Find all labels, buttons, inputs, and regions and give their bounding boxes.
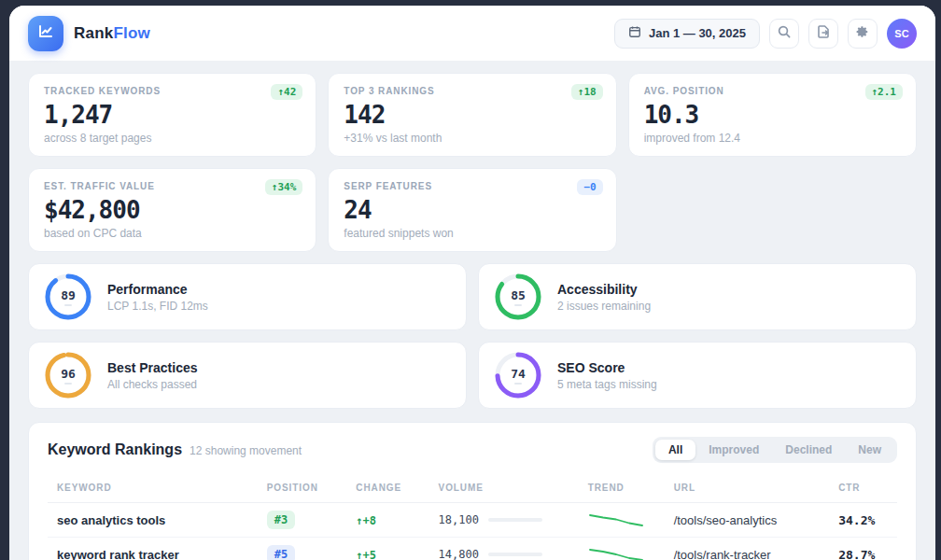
date-range-picker[interactable]: Jan 1 — 30, 2025 bbox=[614, 19, 760, 49]
table-title: Keyword Rankings bbox=[48, 441, 182, 458]
stat-subtitle: improved from 12.4 bbox=[644, 132, 901, 145]
position-badge: #5 bbox=[267, 545, 295, 560]
score-card-accessibility: 85 Accessibility 2 issues remaining bbox=[478, 263, 917, 330]
stat-card-top3-rankings: TOP 3 RANKINGS ↑18 142 +31% vs last mont… bbox=[328, 73, 616, 157]
stat-label: AVG. POSITION bbox=[644, 86, 901, 96]
score-title: Performance bbox=[107, 282, 208, 297]
change-value: ↑+5 bbox=[356, 549, 376, 560]
score-ring-dash bbox=[514, 383, 522, 385]
column-header-trend: TREND bbox=[588, 475, 674, 502]
stat-value: 1,247 bbox=[44, 101, 301, 129]
stat-change-badge: ↑34% bbox=[265, 179, 303, 195]
avatar[interactable]: SC bbox=[887, 19, 917, 49]
score-ring-value: 85 bbox=[511, 288, 526, 302]
stat-value: $42,800 bbox=[44, 196, 301, 224]
score-ring-value: 74 bbox=[511, 367, 526, 381]
table-row[interactable]: keyword rank tracker #5 ↑+5 14,800 /tool… bbox=[48, 538, 897, 560]
tab-improved[interactable]: Improved bbox=[695, 440, 772, 460]
stat-label: SERP FEATURES bbox=[344, 181, 600, 191]
brand: RankFlow bbox=[28, 16, 150, 51]
keyword-cell: keyword rank tracker bbox=[48, 548, 267, 560]
stat-change-badge: ↑42 bbox=[271, 84, 302, 100]
volume-value: 18,100 bbox=[439, 513, 479, 526]
table-column-headers: KEYWORD POSITION CHANGE VOLUME TREND URL… bbox=[48, 475, 897, 503]
filter-tabs: All Improved Declined New bbox=[653, 437, 897, 463]
column-header-keyword: KEYWORD bbox=[48, 475, 267, 502]
top-bar: RankFlow Jan 1 — 30, 2025 bbox=[9, 6, 935, 62]
ctr-cell: 34.2% bbox=[838, 513, 897, 527]
score-ring: 74 bbox=[494, 351, 542, 399]
dashboard-main: TRACKED KEYWORDS ↑42 1,247 across 8 targ… bbox=[9, 62, 935, 560]
url-cell: /tools/seo-analytics bbox=[674, 513, 839, 527]
volume-value: 14,800 bbox=[439, 548, 479, 560]
position-badge: #3 bbox=[267, 511, 295, 529]
change-value: ↑+8 bbox=[356, 514, 376, 527]
stat-change-badge: ↑18 bbox=[571, 84, 603, 100]
chart-line-icon bbox=[36, 22, 55, 45]
search-icon bbox=[777, 24, 792, 43]
export-icon bbox=[816, 24, 831, 43]
export-button[interactable] bbox=[808, 19, 838, 49]
tab-all[interactable]: All bbox=[655, 440, 695, 460]
app-window: RankFlow Jan 1 — 30, 2025 bbox=[9, 6, 935, 560]
stat-value: 142 bbox=[344, 101, 600, 129]
stat-subtitle: based on CPC data bbox=[44, 227, 301, 240]
stat-label: TRACKED KEYWORDS bbox=[44, 86, 301, 96]
stat-subtitle: featured snippets won bbox=[344, 227, 600, 240]
stat-value: 10.3 bbox=[644, 101, 901, 129]
stat-card-tracked-keywords: TRACKED KEYWORDS ↑42 1,247 across 8 targ… bbox=[28, 73, 316, 157]
top-bar-actions: Jan 1 — 30, 2025 bbox=[614, 19, 917, 49]
score-title: Accessibility bbox=[557, 282, 651, 297]
stat-change-badge: ↑2.1 bbox=[865, 84, 904, 100]
score-subtitle: 2 issues remaining bbox=[557, 300, 651, 313]
stat-value: 24 bbox=[344, 196, 600, 224]
scores-grid: 89 Performance LCP 1.1s, FID 12ms bbox=[28, 263, 917, 409]
score-ring-dash bbox=[64, 383, 72, 385]
score-ring-value: 96 bbox=[61, 367, 76, 381]
column-header-position: POSITION bbox=[267, 475, 357, 502]
volume-bar bbox=[488, 518, 542, 522]
stat-subtitle: across 8 target pages bbox=[44, 132, 301, 145]
rankings-table: KEYWORD POSITION CHANGE VOLUME TREND URL… bbox=[29, 475, 916, 560]
logo bbox=[28, 16, 63, 51]
trend-sparkline bbox=[588, 546, 674, 560]
table-row[interactable]: seo analytics tools #3 ↑+8 18,100 /tools… bbox=[48, 503, 897, 538]
keyword-cell: seo analytics tools bbox=[48, 513, 267, 527]
table-subtitle: 12 showing movement bbox=[190, 444, 302, 457]
stat-card-avg-position: AVG. POSITION ↑2.1 10.3 improved from 12… bbox=[628, 73, 917, 157]
score-ring-value: 89 bbox=[61, 288, 76, 302]
search-button[interactable] bbox=[769, 19, 799, 49]
tab-new[interactable]: New bbox=[845, 440, 894, 460]
column-header-url: URL bbox=[674, 475, 839, 502]
score-ring: 85 bbox=[494, 273, 542, 321]
brand-flow: Flow bbox=[113, 24, 150, 42]
score-ring: 89 bbox=[44, 273, 92, 321]
score-card-seo-score: 74 SEO Score 5 meta tags missing bbox=[478, 342, 917, 409]
calendar-icon bbox=[628, 25, 641, 41]
score-subtitle: 5 meta tags missing bbox=[557, 378, 657, 391]
column-header-ctr: CTR bbox=[838, 475, 897, 502]
settings-button[interactable] bbox=[848, 19, 878, 49]
score-ring-dash bbox=[514, 304, 522, 306]
score-title: SEO Score bbox=[557, 360, 657, 375]
column-header-change: CHANGE bbox=[356, 475, 438, 502]
stat-subtitle: +31% vs last month bbox=[344, 132, 600, 145]
ctr-cell: 28.7% bbox=[838, 548, 897, 560]
table-header: Keyword Rankings 12 showing movement All… bbox=[29, 423, 916, 475]
tab-declined[interactable]: Declined bbox=[772, 440, 845, 460]
score-subtitle: LCP 1.1s, FID 12ms bbox=[107, 300, 208, 313]
stat-card-traffic-value: EST. TRAFFIC VALUE ↑34% $42,800 based on… bbox=[28, 168, 316, 252]
score-title: Best Practices bbox=[107, 360, 198, 375]
score-ring: 96 bbox=[44, 351, 92, 399]
score-card-best-practices: 96 Best Practices All checks passed bbox=[28, 342, 467, 409]
keyword-rankings-card: Keyword Rankings 12 showing movement All… bbox=[28, 422, 917, 560]
brand-rank: Rank bbox=[74, 24, 113, 42]
stat-change-badge: −0 bbox=[577, 179, 602, 195]
stat-card-serp-features: SERP FEATURES −0 24 featured snippets wo… bbox=[328, 168, 616, 252]
brand-name: RankFlow bbox=[74, 24, 150, 43]
volume-bar bbox=[488, 553, 542, 556]
score-subtitle: All checks passed bbox=[107, 378, 198, 391]
stat-label: EST. TRAFFIC VALUE bbox=[44, 181, 301, 191]
avatar-initials: SC bbox=[894, 28, 908, 39]
stats-grid-empty-cell bbox=[628, 168, 917, 252]
